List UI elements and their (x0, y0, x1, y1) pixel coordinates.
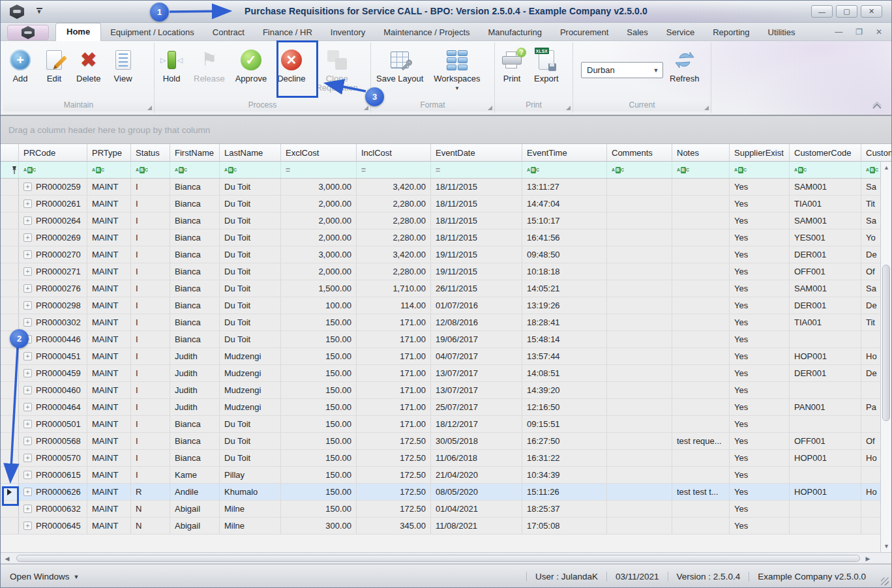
cell-eventtime[interactable]: 15:48:14 (522, 331, 607, 347)
cell-lastname[interactable]: Milne (220, 501, 281, 517)
cell-prtype[interactable]: MAINT (87, 382, 131, 398)
cell-supplierexist[interactable]: Yes (730, 179, 790, 195)
cell-notes[interactable] (672, 213, 730, 229)
cell-status[interactable]: N (131, 501, 170, 517)
expand-row-icon[interactable]: + (23, 420, 32, 428)
approve-button[interactable]: ✓Approve (230, 44, 272, 85)
maximize-button[interactable]: ▢ (836, 5, 857, 18)
cell-supplierexist[interactable]: Yes (730, 382, 790, 398)
cell-lastname[interactable]: Du Toit (220, 416, 281, 432)
cell-notes[interactable] (672, 229, 730, 246)
cell-prtype[interactable]: MAINT (87, 433, 131, 449)
refresh-button[interactable]: Refresh (664, 44, 705, 85)
cell-firstname[interactable]: Judith (170, 382, 220, 398)
mdi-close-icon[interactable]: ✕ (876, 27, 882, 37)
cell-notes[interactable] (672, 365, 730, 381)
cell-eventtime[interactable]: 10:18:18 (522, 263, 607, 280)
row-indicator[interactable] (1, 229, 19, 246)
cell-inclcost[interactable]: 2,280.00 (357, 213, 431, 229)
cell-comments[interactable] (607, 297, 672, 314)
cell-prtype[interactable]: MAINT (87, 263, 131, 280)
row-indicator[interactable] (1, 348, 19, 364)
cell-prcode[interactable]: +PR0000645 (19, 518, 87, 534)
cell-status[interactable]: I (131, 331, 170, 347)
close-button[interactable]: ✕ (861, 5, 882, 18)
cell-eventtime[interactable]: 18:28:41 (522, 314, 607, 331)
cell-eventdate[interactable]: 11/08/2021 (431, 518, 522, 534)
cell-customercode[interactable] (790, 331, 861, 347)
filter-cell-notes[interactable]: ABC (672, 162, 730, 178)
cell-customercode[interactable]: TIA001 (790, 314, 861, 331)
cell-prtype[interactable]: MAINT (87, 467, 131, 483)
cell-comments[interactable] (607, 280, 672, 297)
dialog-launcher-icon[interactable] (147, 106, 152, 110)
filter-cell-eventtime[interactable]: ABC (522, 162, 607, 178)
expand-row-icon[interactable]: + (23, 233, 32, 242)
cell-comments[interactable] (607, 433, 672, 449)
cell-firstname[interactable]: Bianca (170, 450, 220, 466)
cell-notes[interactable] (672, 196, 730, 212)
cell-status[interactable]: I (131, 450, 170, 466)
dialog-launcher-icon[interactable] (704, 106, 709, 110)
cell-eventdate[interactable]: 18/12/2017 (431, 416, 522, 432)
cell-inclcost[interactable]: 171.00 (357, 365, 431, 381)
cell-eventtime[interactable]: 14:05:21 (522, 280, 607, 297)
cell-notes[interactable] (672, 450, 730, 466)
cell-status[interactable]: I (131, 399, 170, 415)
cell-prtype[interactable]: MAINT (87, 484, 131, 500)
cell-prcode[interactable]: +PR0000264 (19, 213, 87, 229)
cell-prtype[interactable]: MAINT (87, 196, 131, 212)
cell-notes[interactable] (672, 263, 730, 280)
cell-customercode[interactable] (790, 501, 861, 517)
cell-supplierexist[interactable]: Yes (730, 331, 790, 347)
row-indicator[interactable] (1, 450, 19, 466)
row-indicator[interactable] (1, 365, 19, 381)
cell-status[interactable]: I (131, 179, 170, 195)
cell-customercode[interactable]: HOP001 (790, 348, 861, 364)
cell-status[interactable]: I (131, 365, 170, 381)
cell-inclcost[interactable]: 171.00 (357, 416, 431, 432)
cell-eventdate[interactable]: 13/07/2017 (431, 365, 522, 381)
cell-inclcost[interactable]: 1,710.00 (357, 280, 431, 297)
table-row[interactable]: +PR0000615MAINTIKamePillay150.00172.5021… (1, 467, 882, 484)
cell-lastname[interactable]: Mudzengi (220, 365, 281, 381)
cell-firstname[interactable]: Judith (170, 348, 220, 364)
cell-firstname[interactable]: Bianca (170, 314, 220, 331)
cell-firstname[interactable]: Bianca (170, 229, 220, 246)
cell-supplierexist[interactable]: Yes (730, 314, 790, 331)
cell-lastname[interactable]: Du Toit (220, 179, 281, 195)
print-button[interactable]: ?Print (495, 44, 529, 85)
cell-notes[interactable] (672, 179, 730, 195)
cell-eventdate[interactable]: 18/11/2015 (431, 229, 522, 246)
table-row[interactable]: +PR0000460MAINTIJudithMudzengi150.00171.… (1, 382, 882, 399)
cell-comments[interactable] (607, 229, 672, 246)
cell-supplierexist[interactable]: Yes (730, 433, 790, 449)
cell-notes[interactable] (672, 501, 730, 517)
cell-eventtime[interactable]: 14:47:04 (522, 196, 607, 212)
cell-status[interactable]: I (131, 229, 170, 246)
cell-prtype[interactable]: MAINT (87, 331, 131, 347)
column-header-prtype[interactable]: PRType (87, 144, 131, 162)
cell-supplierexist[interactable]: Yes (730, 348, 790, 364)
cell-lastname[interactable]: Du Toit (220, 331, 281, 347)
cell-eventtime[interactable]: 13:19:26 (522, 297, 607, 314)
cell-comments[interactable] (607, 263, 672, 280)
cell-eventdate[interactable]: 30/05/2018 (431, 433, 522, 449)
edit-button[interactable]: Edit (37, 44, 71, 85)
cell-eventtime[interactable]: 17:05:08 (522, 518, 607, 534)
cell-customercode[interactable]: TIA001 (790, 196, 861, 212)
cell-status[interactable]: I (131, 382, 170, 398)
expand-row-icon[interactable]: + (23, 183, 32, 191)
cell-eventdate[interactable]: 19/06/2017 (431, 331, 522, 347)
cell-prcode[interactable]: +PR0000271 (19, 263, 87, 280)
cell-lastname[interactable]: Mudzengi (220, 348, 281, 364)
cell-lastname[interactable]: Du Toit (220, 196, 281, 212)
filter-cell-status[interactable]: ABC (131, 162, 170, 178)
cell-prcode[interactable]: +PR0000451 (19, 348, 87, 364)
tab-sales[interactable]: Sales (617, 24, 657, 41)
cell-prtype[interactable]: MAINT (87, 179, 131, 195)
cell-firstname[interactable]: Bianca (170, 246, 220, 263)
row-indicator[interactable] (1, 213, 19, 229)
column-header-exclcost[interactable]: ExclCost (281, 144, 357, 162)
cell-eventtime[interactable]: 09:15:51 (522, 416, 607, 432)
